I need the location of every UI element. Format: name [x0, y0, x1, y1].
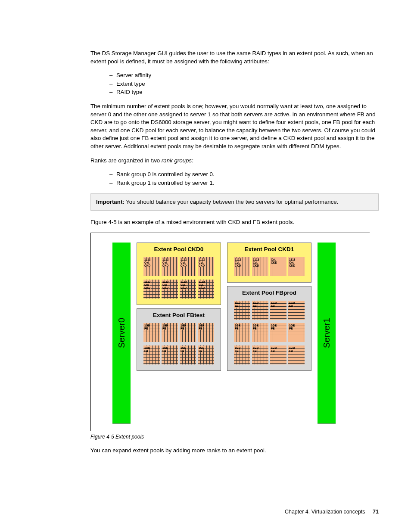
list-item: RAID type	[116, 89, 143, 95]
server1-label: Server1	[321, 318, 333, 348]
server1-bar: Server1	[318, 243, 336, 424]
extent-ckd: 1113Cyl.CKD	[252, 257, 268, 276]
extent-fb: 1GBFB	[270, 323, 286, 342]
extent-fb: 1GBFB	[234, 301, 250, 320]
extent-fb: 1GBFB	[252, 345, 268, 364]
extent-ckd: 1113Cyl.CKD	[180, 280, 196, 299]
extent-fb: 1GBFB	[270, 345, 286, 364]
text: Ranks are organized in two	[90, 157, 162, 164]
note-label: Important:	[96, 199, 125, 205]
extent-ckd: 1113Cyl.CKD	[288, 257, 305, 276]
paragraph: The DS Storage Manager GUI guides the us…	[90, 50, 379, 65]
rank-row: 1GBFB 1GBFB 1GBFB 1GBFB	[230, 301, 308, 320]
extent-fb: 1GBFB	[252, 323, 268, 342]
extent-ckd: 1113Cyl.CKD	[143, 257, 160, 276]
extent-fb: 1GBFB	[143, 323, 160, 342]
paragraph: Figure 4-5 is an example of a mixed envi…	[90, 218, 379, 227]
extent-ckd: 1113Cyl.CKD	[198, 257, 214, 276]
list-item: Extent type	[116, 81, 145, 87]
rank-row: 1113Cyl.CKD 1113Cyl.CKD 1113Cyl.CKD 1113…	[140, 257, 218, 276]
figure-4-5: Server0 Extent Pool CKD0 1113Cyl.CKD 111…	[90, 233, 370, 431]
footer-chapter: Chapter 4. Virtualization concepts	[285, 509, 365, 515]
extent-fb: 1GBFB	[288, 345, 305, 364]
list-item: Server affinity	[116, 72, 151, 78]
extent-fb: 1GBFB	[288, 301, 305, 320]
extent-ckd: 1113Cyl.CKD	[162, 257, 178, 276]
extent-fb: 1GBFB	[162, 323, 178, 342]
rank-row: 1GBFB 1GBFB 1GBFB 1GBFB	[230, 323, 308, 342]
extent-fb: 1GBFB	[143, 345, 160, 364]
rank-group-list: –Rank group 0 is controlled by server 0.…	[90, 171, 379, 187]
extent-ckd: 1113Cyl.CKD	[180, 257, 196, 276]
extent-fb: 1GBFB	[252, 301, 268, 320]
rank-row: 1113Cyl.CKD 1113Cyl.CKD 1113Cyl.CKD 1113…	[140, 280, 218, 299]
list-item: Rank group 1 is controlled by server 1.	[116, 180, 215, 186]
pool-title: Extent Pool FBprod	[230, 289, 308, 297]
attribute-list: –Server affinity –Extent type –RAID type	[90, 72, 379, 96]
list-item: Rank group 0 is controlled by server 0.	[116, 171, 215, 177]
paragraph: The minimum number of extent pools is on…	[90, 103, 379, 151]
extent-ckd: 1113Cyl.CKD	[198, 280, 214, 299]
note-body: You should balance your capacity between…	[125, 199, 339, 205]
pool-title: Extent Pool FBtest	[140, 311, 218, 320]
server0-label: Server0	[115, 318, 128, 348]
emphasis: rank groups:	[162, 157, 193, 164]
extent-fb: 1GBFB	[198, 345, 214, 364]
rank-row: 1GBFB 1GBFB 1GBFB 1GBFB	[140, 323, 218, 342]
important-note: Important: You should balance your capac…	[90, 193, 379, 211]
extent-fb: 1GBFB	[234, 345, 250, 364]
server0-bar: Server0	[112, 243, 131, 424]
extent-pool-ckd1: Extent Pool CKD1 1113Cyl.CKD 1113Cyl.CKD…	[227, 243, 311, 283]
extent-pool-fbprod: Extent Pool FBprod 1GBFB 1GBFB 1GBFB 1GB…	[227, 286, 311, 371]
rank-row: 1GBFB 1GBFB 1GBFB 1GBFB	[230, 345, 308, 364]
extent-fb: 1GBFB	[270, 301, 286, 320]
rank-row: 1113Cyl.CKD 1113Cyl.CKD Cyl.CKD 1113Cyl.…	[230, 257, 308, 276]
pool-title: Extent Pool CKD0	[140, 246, 218, 254]
extent-fb: 1GBFB	[162, 345, 178, 364]
extent-pool-ckd0: Extent Pool CKD0 1113Cyl.CKD 1113Cyl.CKD…	[137, 243, 221, 305]
paragraph: You can expand extent pools by adding mo…	[90, 447, 379, 455]
paragraph: Ranks are organized in two rank groups:	[90, 157, 379, 165]
extent-fb: 1GBFB	[288, 323, 305, 342]
extent-ckd: 1113Cyl.CKD	[162, 280, 178, 299]
extent-fb: 1GBFB	[180, 345, 196, 364]
rank-row: 1GBFB 1GBFB 1GBFB 1GBFB	[140, 345, 218, 364]
extent-ckd: 1113Cyl.CKD	[143, 280, 160, 299]
footer-page-number: 71	[373, 509, 379, 515]
extent-ckd: 1113Cyl.CKD	[234, 257, 250, 276]
extent-fb: 1GBFB	[234, 323, 250, 342]
extent-fb: 1GBFB	[198, 323, 214, 342]
pool-title: Extent Pool CKD1	[230, 246, 308, 254]
extent-pool-fbtest: Extent Pool FBtest 1GBFB 1GBFB 1GBFB 1GB…	[137, 308, 221, 371]
figure-caption: Figure 4-5 Extent pools	[90, 433, 379, 441]
extent-fb: 1GBFB	[180, 323, 196, 342]
extent-ckd: Cyl.CKD	[270, 257, 286, 276]
page-footer: Chapter 4. Virtualization concepts 71	[285, 508, 379, 516]
